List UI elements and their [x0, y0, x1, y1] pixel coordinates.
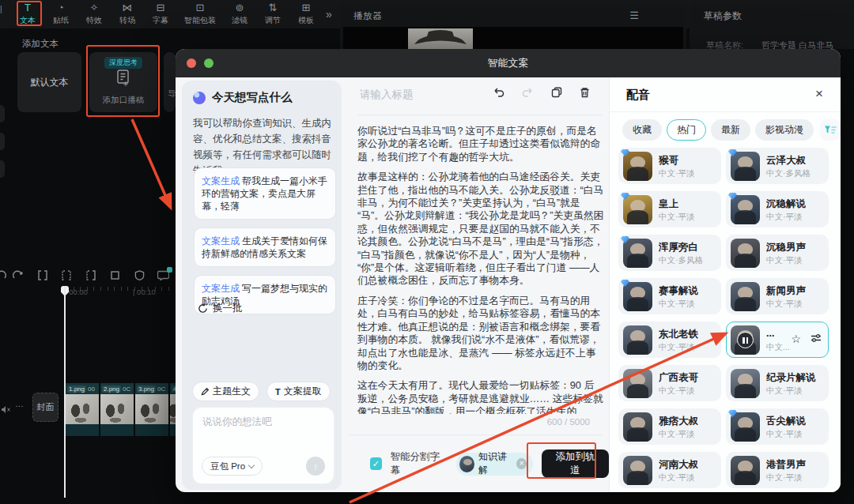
player-stage — [343, 27, 683, 49]
undo-icon[interactable] — [0, 270, 6, 280]
dubbing-tab[interactable]: 影视动漫 — [755, 119, 814, 141]
toolbar-tab-icon: ⇅ — [269, 2, 278, 13]
timeline-clip[interactable]: 1.png 00 — [66, 383, 99, 436]
playhead-line[interactable] — [64, 286, 66, 498]
voice-item[interactable]: 沉稳男声 中文·平淡 ☆ — [726, 235, 829, 271]
voice-name: 赛事解说 — [659, 284, 698, 298]
toolbar-tab[interactable]: ◔ 贴纸 — [44, 2, 77, 26]
voice-item[interactable]: 广西表哥 中文·平淡 ☆ — [618, 365, 721, 401]
split-left-icon[interactable] — [55, 270, 79, 280]
send-button[interactable]: ↑ — [306, 457, 325, 476]
voice-item[interactable]: 猴哥 中文·平淡 ☆ — [618, 148, 721, 184]
toolbar-tab[interactable]: ✧ 特效 — [77, 2, 111, 26]
voice-item[interactable]: 皇上 中文·平淡 ☆ — [618, 191, 721, 228]
refresh-suggestions-button[interactable]: 换一批 — [198, 302, 243, 315]
toolbar-tab[interactable]: ⇅ 调节 — [256, 2, 289, 26]
add-speech-draft-card[interactable]: 深度思考 添加口播稿 — [89, 52, 157, 112]
redo-icon[interactable] — [6, 270, 31, 280]
voice-item[interactable]: 东北老铁 中文·平淡 ☆ — [618, 322, 721, 358]
timeline-clip[interactable]: 2.png 0C — [100, 383, 134, 436]
voice-item[interactable]: 赛事解说 中文·平淡 ☆ — [618, 278, 721, 314]
toolbar-tab[interactable]: ⊞ 模板 — [289, 2, 323, 26]
copy-icon[interactable] — [551, 87, 562, 98]
suggestion-card[interactable]: 文案生成帮我生成一篇小米手环的营销文案，卖点是大屏幕，轻薄 — [194, 167, 336, 220]
toolbar-tab[interactable]: T 文本 — [11, 2, 44, 26]
voice-item[interactable]: 浑厚旁白 中文·多风格 ☆ — [618, 235, 721, 271]
voice-item[interactable]: 舌尖解说 中文·平淡 ☆ — [726, 408, 829, 445]
favorite-star-icon[interactable]: ☆ — [791, 333, 801, 344]
toolbar-tab[interactable]: ⊟ 字幕 — [144, 2, 177, 26]
voice-item[interactable]: ... 中文... ☆ — [726, 322, 829, 358]
title-input[interactable]: 请输入标题 — [360, 88, 414, 102]
player-menu-icon[interactable]: ☰ — [629, 9, 639, 21]
player-panel: 播放器 ☰ — [340, 3, 686, 49]
pause-button[interactable] — [737, 332, 754, 348]
clip-header: 2.png 0C — [100, 383, 134, 394]
add-to-track-button[interactable]: 添加到轨道 — [542, 449, 609, 478]
close-icon[interactable]: × — [815, 86, 823, 102]
prompt-input[interactable]: 说说你的想法吧 豆包 Pro ↑ — [192, 407, 334, 484]
toolbar-tab-label: 贴纸 — [53, 15, 69, 26]
toolbar-tab[interactable]: ⊚ 滤镜 — [223, 2, 256, 26]
voice-item[interactable]: 雅痞大叔 中文·平淡 ☆ — [618, 408, 721, 445]
toolbar-expand-icon[interactable]: » — [326, 8, 332, 21]
voice-item[interactable]: 云泽大叔 中文·多风格 ☆ — [726, 148, 829, 184]
delete-icon[interactable] — [580, 87, 590, 98]
voice-avatar — [731, 239, 760, 268]
copy-text-area[interactable]: 你听说过“白马非马”吗？这可不是庄子的原创，而是名家公孙龙的著名论断。但庄子却透… — [357, 125, 604, 414]
voice-item[interactable]: 港普男声 中文·平淡 ☆ — [726, 452, 829, 488]
dubbing-tab[interactable]: 最新 — [711, 119, 750, 141]
theme-to-text-button[interactable]: 主题生文 — [192, 382, 259, 401]
sidebar-sliver — [0, 160, 5, 178]
copy-extract-button[interactable]: T 文案提取 — [266, 382, 331, 401]
toolbar-tab-icon: T — [25, 2, 31, 13]
voice-language-style: 中文·多风格 — [766, 168, 811, 179]
voice-avatar — [731, 456, 760, 485]
toolbar-tab[interactable]: ⋈ 转场 — [111, 2, 144, 26]
default-text-card[interactable]: 默认文本 — [17, 52, 81, 112]
timeline-clip[interactable]: 4 — [170, 383, 176, 436]
remove-voice-icon[interactable]: × — [516, 458, 527, 469]
shield-icon[interactable] — [127, 270, 152, 280]
toolbar-tab[interactable]: ⊡ 智能包装 — [177, 2, 223, 26]
voice-item[interactable]: 沉稳解说 中文·平淡 ☆ — [726, 191, 829, 228]
model-selector[interactable]: 豆包 Pro — [202, 457, 263, 476]
caption-chat-icon[interactable] — [151, 270, 176, 280]
toolbar-tab-label: 调节 — [265, 15, 281, 26]
voice-item[interactable]: 新闻男声 中文·平淡 ☆ — [726, 278, 829, 314]
voice-language-style: 中文·平淡 — [659, 429, 695, 440]
voice-name: 猴哥 — [659, 154, 678, 167]
speech-draft-label: 添加口播稿 — [89, 95, 157, 106]
filter-button[interactable] — [820, 119, 841, 141]
voice-item[interactable]: 纪录片解说 中文·平淡 ☆ — [726, 365, 829, 401]
clip-duration: 0C — [123, 386, 130, 393]
suggestion-card[interactable]: 文案生成生成关于爱情如何保持新鲜感的情感关系文案 — [194, 228, 336, 267]
voice-item[interactable]: 河南大叔 中文·平淡 ☆ — [618, 452, 721, 488]
dubbing-tabs: 收藏 热门 最新 影视动漫 ▼ — [622, 119, 841, 141]
voice-language-style: 中文·平淡 — [659, 168, 695, 179]
player-title: 播放器 — [353, 9, 382, 23]
undo-icon[interactable] — [493, 88, 504, 98]
toolbar-tab-label: 滤镜 — [232, 15, 248, 26]
cover-button[interactable]: 封面 — [32, 393, 59, 422]
deep-think-badge: 深度思考 — [104, 57, 142, 69]
selected-voice-chip[interactable]: 知识讲解 × — [456, 453, 533, 476]
dubbing-tab[interactable]: 热门 — [667, 119, 706, 141]
split-icon[interactable] — [31, 270, 55, 280]
dialog-titlebar[interactable]: 智能文案 — [176, 49, 841, 77]
suggestion-tag: 文案生成 — [202, 283, 240, 294]
clip-filename: 2.png — [102, 386, 121, 393]
redo-icon[interactable] — [522, 88, 534, 98]
suggestion-tag: 文案生成 — [202, 235, 240, 246]
timeline-clip[interactable]: 3.png 0C — [135, 383, 168, 436]
split-right-icon[interactable] — [79, 270, 104, 280]
timeline-ruler[interactable]: 00:00 | 00:10 — [66, 286, 176, 297]
refresh-icon — [198, 303, 208, 314]
track-more-icon[interactable]: … — [15, 399, 25, 408]
voice-settings-icon[interactable] — [811, 332, 822, 346]
crop-icon[interactable] — [103, 270, 127, 280]
voice-language-style: 中文·平淡 — [766, 386, 803, 397]
dubbing-tab[interactable]: 收藏 — [622, 119, 662, 141]
smart-split-checkbox[interactable]: ✓ — [370, 457, 382, 470]
track-mute-icon[interactable] — [1, 403, 11, 417]
